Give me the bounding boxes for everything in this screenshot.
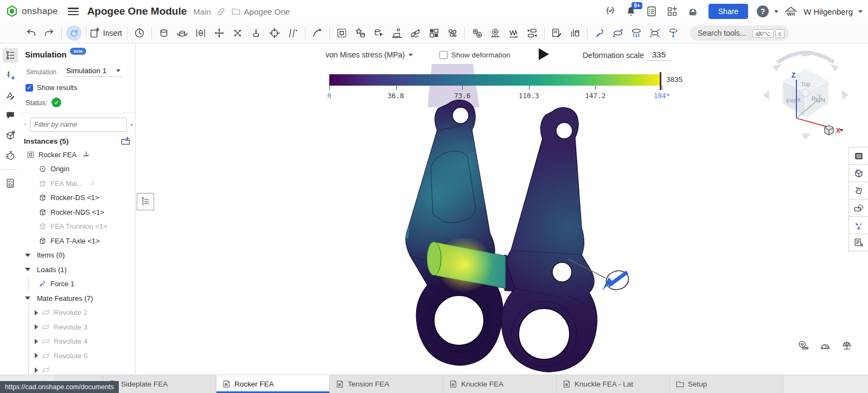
pin-slot-mate-icon[interactable] [247, 25, 265, 41]
help-button[interactable]: ? [757, 5, 769, 17]
tab-knuckle-fea[interactable]: Knuckle FEA [443, 375, 557, 393]
cylindrical-mate-icon[interactable] [265, 25, 284, 41]
panel-flyout-handle[interactable] [137, 193, 154, 210]
display-options-icon[interactable] [848, 147, 868, 165]
workspace-branch[interactable]: Main [193, 7, 211, 16]
tasks-list-icon[interactable] [3, 176, 18, 191]
bearing-load-icon[interactable] [627, 25, 646, 41]
compare-icon[interactable] [841, 339, 853, 353]
model-right-plate[interactable] [494, 98, 624, 375]
named-views-icon[interactable] [848, 234, 868, 252]
learning-center-icon[interactable] [686, 4, 700, 18]
tasks-icon[interactable] [644, 4, 659, 18]
viewcube-left-arrow[interactable] [763, 91, 769, 99]
viewcube-right-arrow[interactable] [843, 91, 848, 99]
view-cube-menu-caret[interactable] [839, 129, 844, 132]
comments-icon[interactable] [3, 108, 18, 123]
fastened-mate-icon[interactable] [155, 25, 173, 41]
show-deformation-checkbox[interactable] [439, 51, 448, 59]
tree-row-force-1[interactable]: Force 1 [21, 277, 135, 292]
pattern-icon[interactable] [425, 25, 443, 41]
part-cluster-icon[interactable] [443, 25, 462, 41]
tab-rocker-fea[interactable]: Rocker FEA [216, 375, 330, 393]
viewcube-rotate-left-arrow[interactable] [773, 65, 781, 71]
tree-row-revolute-3[interactable]: Revolute 3 [21, 320, 135, 334]
gravity-load-icon[interactable] [664, 25, 682, 41]
tree-row-items-0[interactable]: Items (0) [21, 248, 135, 263]
apps-icon[interactable] [665, 4, 679, 18]
tree-row-mate-features-7[interactable]: Mate Features (7) [21, 291, 135, 306]
chevron-down-icon[interactable] [25, 297, 30, 300]
link-icon[interactable] [216, 7, 226, 16]
tab-sideplate-fea[interactable]: Sideplate FEA [103, 375, 216, 393]
chevron-right-icon[interactable] [35, 339, 38, 344]
slider-mate-icon[interactable] [192, 25, 210, 41]
filter-input[interactable] [30, 118, 127, 132]
chevron-down-icon[interactable] [25, 268, 30, 271]
api-explorer-icon[interactable] [603, 4, 617, 18]
main-menu-icon[interactable] [68, 8, 79, 15]
tree-row-fea-mai[interactable]: FEA Mai... [21, 176, 135, 191]
document-tree-icon[interactable] [3, 48, 18, 63]
tree-row-rocker-nds-1[interactable]: Rocker-NDS <1> [21, 205, 135, 220]
show-results-checkbox[interactable]: ✓ [25, 84, 33, 92]
assembly-features-icon[interactable] [486, 25, 505, 41]
pressure-load-icon[interactable] [646, 25, 664, 41]
update-sync-icon[interactable] [66, 25, 81, 41]
avatar[interactable]: WH [784, 4, 798, 18]
named-positions-icon[interactable] [130, 25, 149, 41]
planar-mate-icon[interactable] [210, 25, 228, 41]
graphics-viewport[interactable]: 036.873.6110.3147.2184* 3835 von Mises s… [136, 43, 868, 375]
mass-properties-icon[interactable] [819, 339, 831, 353]
chevron-down-icon[interactable] [25, 254, 30, 257]
tree-row-revolute-2[interactable]: Revolute 2 [21, 306, 135, 320]
replace-instances-icon[interactable] [523, 25, 541, 41]
filter-icon[interactable] [24, 120, 27, 130]
notifications-icon[interactable]: 9+ [624, 4, 638, 18]
revolute-mate-icon[interactable] [173, 25, 192, 41]
chevron-right-icon[interactable] [35, 310, 38, 315]
search-tools-box[interactable]: Search tools... alt/⌥c [690, 25, 789, 41]
user-caret-icon[interactable] [858, 10, 863, 13]
tab-tension-fea[interactable]: Tension FEA [330, 375, 443, 393]
parallel-mate-icon[interactable] [284, 25, 302, 41]
group-icon[interactable] [333, 25, 351, 41]
tab-knuckle-fea-lat[interactable]: Knuckle FEA - Lat [557, 375, 670, 393]
mesh-part-icon[interactable] [848, 182, 868, 199]
interference-icon[interactable] [566, 25, 584, 41]
viewcube-rotate-right-arrow[interactable] [831, 65, 838, 71]
undo-icon[interactable] [22, 25, 40, 41]
tree-row-revolute-5[interactable]: Revolute 5 [21, 349, 135, 363]
tree-row-loads-1[interactable]: Loads (1) [21, 262, 135, 277]
drag-parts-icon[interactable] [388, 25, 406, 41]
tree-row-fea-t-axle-1[interactable]: FEA T-Axle <1> [21, 234, 135, 248]
mesh-view-icon[interactable] [848, 164, 868, 182]
viewcube-down-arrow[interactable] [801, 134, 810, 139]
snap-mode-icon[interactable] [406, 25, 425, 41]
insert-folder-icon[interactable] [120, 136, 131, 146]
deformation-scale-input[interactable]: 335 [647, 50, 671, 61]
redo-icon[interactable] [40, 25, 59, 41]
play-animation-button[interactable] [539, 48, 549, 60]
tree-row-origin[interactable]: Origin [21, 162, 135, 177]
tab-setup[interactable]: Setup [670, 375, 783, 393]
revolve-icon[interactable] [351, 25, 369, 41]
help-cube-icon[interactable]: ? [3, 128, 18, 143]
force-load-icon[interactable] [590, 25, 609, 41]
user-menu[interactable]: W Hilgenberg [803, 7, 853, 16]
chevron-right-icon[interactable] [35, 324, 38, 330]
exploded-view-icon[interactable] [848, 216, 868, 234]
view-orientation-cube-icon[interactable] [822, 124, 836, 137]
mate-connector-icon[interactable] [369, 25, 388, 41]
tree-row-rocker-fea[interactable]: Rocker FEA [21, 147, 135, 162]
simulation-spring-icon[interactable] [505, 25, 523, 41]
torque-load-icon[interactable] [609, 25, 627, 41]
help-caret-icon[interactable] [774, 10, 778, 13]
ball-mate-icon[interactable] [228, 25, 247, 41]
simulation-select[interactable]: Simulation 1 [65, 67, 123, 77]
section-view-icon[interactable] [848, 199, 868, 217]
tree-row-revolute-4[interactable]: Revolute 4 [21, 334, 135, 349]
tree-row-rocker-ds-1[interactable]: Rocker-DS <1> [21, 191, 135, 205]
chevron-right-icon[interactable] [35, 368, 38, 373]
versions-icon[interactable] [3, 68, 18, 83]
